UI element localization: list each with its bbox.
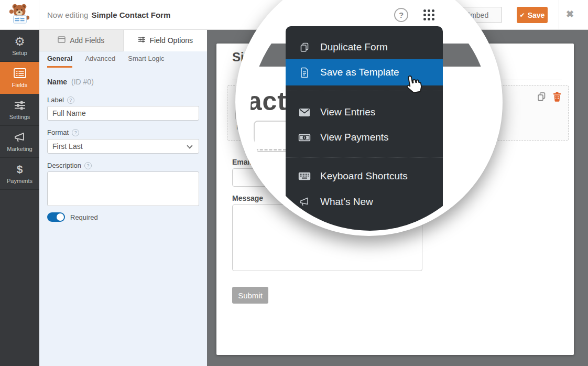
sidebar-item-settings[interactable]: Settings (0, 94, 39, 126)
now-editing-label: Now editing (47, 10, 88, 19)
format-select-value: First Last (52, 142, 83, 150)
help-circle-icon: ? (72, 129, 79, 136)
menu-item-label: What's New (320, 196, 373, 208)
toolbar-divider (559, 0, 559, 29)
menu-item-label: View Entries (320, 106, 375, 118)
save-button[interactable]: ✔ Save (517, 7, 548, 23)
sidebar-item-label: Marketing (7, 146, 32, 152)
form-name: Simple Contact Form (91, 10, 170, 19)
sidebar-item-label: Payments (7, 178, 32, 184)
bear-logo-icon (8, 3, 30, 27)
submit-button[interactable]: Submit (232, 287, 268, 304)
sidebar-item-marketing[interactable]: Marketing (0, 126, 39, 158)
trash-icon[interactable] (553, 92, 561, 104)
sidebar-item-label: Fields (12, 82, 27, 88)
duplicate-icon (298, 41, 311, 53)
toggle-knob (57, 213, 64, 221)
description-field-label: Description ? (47, 162, 92, 169)
now-editing-text: Now editing Simple Contact Form (47, 0, 170, 29)
save-button-label: Save (528, 11, 545, 19)
magnifier-lens: tact Duplicate Form Save as Template (251, 0, 489, 231)
field-options-panel: Add Fields Field Options General Advance… (39, 30, 207, 366)
builder-sidebar: ⚙ Setup Fields Settings Marketing $ Paym… (0, 30, 39, 366)
label-input[interactable] (47, 106, 199, 121)
sliders-icon (138, 36, 146, 45)
description-textarea[interactable] (47, 171, 199, 206)
menu-item-label: Save as Template (320, 67, 399, 78)
subtab-advanced[interactable]: Advanced (85, 55, 115, 68)
menu-divider (286, 157, 443, 158)
sidebar-item-payments[interactable]: $ Payments (0, 158, 39, 190)
form-fields-icon (14, 68, 26, 79)
menu-item-whats-new[interactable]: What's New (286, 190, 443, 213)
field-name-header: Name (ID #0) (47, 78, 94, 86)
option-subtabs: General Advanced Smart Logic (47, 55, 165, 68)
menu-item-label: View Payments (320, 132, 389, 143)
check-icon: ✔ (520, 12, 525, 19)
help-circle-icon: ? (84, 162, 92, 169)
menu-item-label: Keyboard Shortcuts (320, 170, 408, 182)
field-name: Name (47, 78, 67, 86)
required-toggle[interactable] (47, 212, 65, 222)
chevron-down-icon (187, 143, 192, 148)
menu-item-view-entries[interactable]: View Entries (286, 101, 443, 124)
sidebar-item-fields[interactable]: Fields (0, 62, 39, 94)
builder-dropdown-menu: Duplicate Form Save as Template View Ent… (286, 26, 443, 231)
panel-tabs: Add Fields Field Options (39, 30, 207, 51)
file-icon (298, 67, 311, 78)
menu-item-duplicate-form[interactable]: Duplicate Form (286, 36, 443, 59)
tab-label: Add Fields (70, 36, 104, 45)
tab-label: Field Options (150, 36, 193, 45)
keyboard-icon (298, 172, 311, 180)
wpforms-builder: Now editing Simple Contact Form ? Embed … (0, 0, 588, 366)
required-label: Required (70, 213, 98, 221)
field-id: (ID #0) (71, 78, 94, 86)
subtab-general[interactable]: General (47, 55, 72, 68)
sliders-icon (14, 100, 26, 111)
close-icon[interactable]: ✖ (566, 8, 574, 20)
menu-item-label: Duplicate Form (320, 41, 388, 53)
help-circle-icon: ? (67, 96, 74, 104)
envelope-icon (298, 108, 311, 117)
tab-field-options[interactable]: Field Options (124, 30, 208, 51)
add-fields-icon (58, 36, 66, 45)
format-field-label: Format ? (47, 128, 79, 136)
help-icon[interactable]: ? (394, 8, 408, 22)
banknote-icon (298, 134, 311, 142)
zoomed-title-fragment: tact (251, 86, 287, 116)
megaphone-icon (298, 197, 311, 207)
required-row: Required (47, 212, 98, 222)
grid-menu-icon[interactable] (422, 8, 435, 21)
hand-cursor-icon (403, 73, 424, 98)
duplicate-field-icon[interactable] (537, 92, 547, 104)
field-actions (537, 92, 561, 104)
tab-add-fields[interactable]: Add Fields (39, 30, 124, 51)
format-select[interactable]: First Last (47, 139, 199, 154)
subtab-smart-logic[interactable]: Smart Logic (128, 55, 164, 68)
message-label: Message (232, 194, 263, 202)
label-field-label: Label ? (47, 96, 74, 104)
sidebar-item-label: Settings (9, 114, 30, 120)
megaphone-icon (14, 132, 26, 143)
gear-icon: ⚙ (14, 36, 25, 47)
menu-item-keyboard-shortcuts[interactable]: Keyboard Shortcuts (286, 165, 443, 188)
menu-item-view-payments[interactable]: View Payments (286, 126, 443, 149)
sidebar-item-label: Setup (12, 50, 27, 56)
sidebar-item-setup[interactable]: ⚙ Setup (0, 30, 39, 62)
app-logo (0, 0, 39, 29)
dollar-icon: $ (17, 164, 23, 175)
